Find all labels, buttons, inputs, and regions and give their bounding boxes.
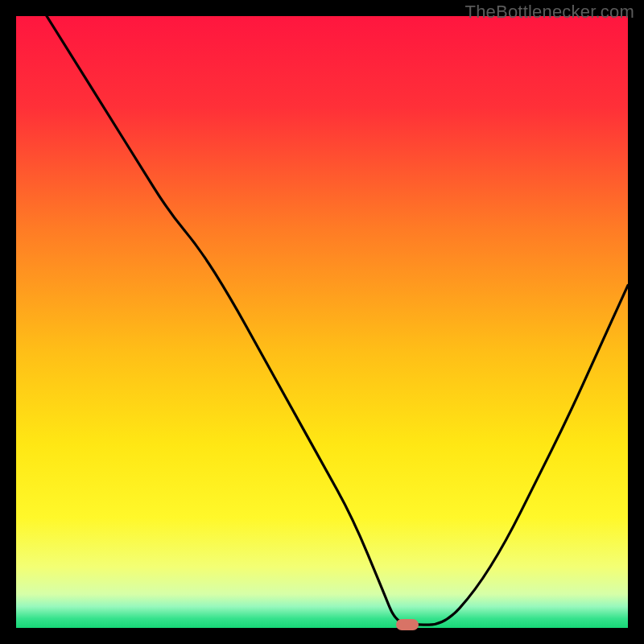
attribution-label: TheBottlenecker.com xyxy=(465,2,634,23)
bottleneck-curve xyxy=(16,16,628,628)
plot-area xyxy=(16,16,628,628)
chart-frame: TheBottlenecker.com xyxy=(0,0,644,644)
optimal-point-marker xyxy=(396,619,419,630)
